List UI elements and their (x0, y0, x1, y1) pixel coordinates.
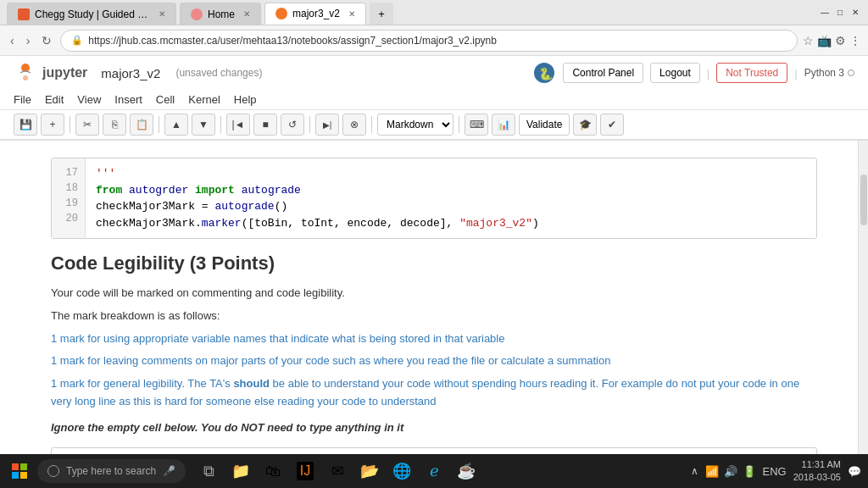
windows-logo-icon (12, 463, 27, 479)
first-cell-button[interactable]: |◄ (226, 114, 250, 136)
volume-icon[interactable]: 🔊 (724, 465, 737, 478)
menu-icon[interactable]: ⋮ (849, 34, 861, 47)
check-icon[interactable]: ✔ (600, 114, 624, 136)
svg-point-1 (23, 75, 28, 80)
time: 11:31 AM (793, 458, 841, 471)
address-actions: ☆ 📺 ⚙ ⋮ (803, 34, 861, 47)
refresh-button[interactable]: ↻ (38, 32, 55, 49)
forward-button[interactable]: › (23, 32, 34, 49)
mail-app[interactable]: ✉ (323, 457, 352, 485)
intellij-app[interactable]: IJ (291, 457, 320, 485)
cast-icon[interactable]: 📺 (817, 34, 832, 47)
code-line-18: from autogrder import autograde (96, 182, 806, 199)
tab-home-close[interactable]: ✕ (243, 9, 250, 19)
graduation-icon[interactable]: 🎓 (573, 114, 597, 136)
microphone-icon[interactable]: 🎤 (163, 465, 175, 477)
bookmark-icon[interactable]: ☆ (803, 34, 814, 47)
menu-file[interactable]: File (14, 92, 31, 108)
menu-kernel[interactable]: Kernel (188, 92, 220, 108)
move-up-button[interactable]: ▲ (164, 114, 188, 136)
start-button[interactable] (7, 458, 32, 484)
menu-help[interactable]: Help (234, 92, 257, 108)
code-line-20: checkMajor3Mark.marker([toBin, toInt, en… (96, 215, 806, 232)
line-numbers: 17 18 19 20 (52, 158, 86, 238)
paste-button[interactable]: 📋 (130, 114, 153, 136)
folder-app[interactable]: 📂 (355, 457, 384, 485)
restart-button[interactable]: ↺ (281, 114, 304, 136)
run-button[interactable]: ▶| (315, 114, 339, 136)
tab-jupyter[interactable]: major3_v2 ✕ (264, 3, 366, 25)
move-down-button[interactable]: ▼ (192, 114, 215, 136)
chrome-app[interactable]: 🌐 (387, 457, 416, 485)
battery-icon[interactable]: 🔋 (743, 465, 756, 478)
copy-button[interactable]: ⎘ (103, 114, 126, 136)
cut-button[interactable]: ✂ (75, 114, 99, 136)
point-2-link[interactable]: 1 mark for leaving comments on major par… (51, 354, 610, 367)
tab-chegg[interactable]: Chegg Study | Guided S... ✕ (7, 3, 176, 25)
save-button[interactable]: 💾 (14, 114, 37, 136)
time-date[interactable]: 11:31 AM 2018-03-05 (793, 458, 841, 485)
point-1-link[interactable]: 1 mark for using appropriate variable na… (51, 332, 504, 345)
java-app[interactable]: ☕ (452, 457, 481, 485)
jupyter-favicon (275, 8, 287, 19)
scrollbar[interactable] (858, 141, 868, 454)
menu-cell[interactable]: Cell (156, 92, 175, 108)
logout-button[interactable]: Logout (650, 63, 700, 83)
new-tab-button[interactable]: + (370, 3, 393, 25)
python-logo-icon: 🐍 (532, 61, 556, 85)
menu-edit[interactable]: Edit (45, 92, 64, 108)
file-explorer-app[interactable]: 📁 (226, 457, 255, 485)
notebook-name[interactable]: major3_v2 (101, 66, 160, 80)
window-controls: — □ ✕ (819, 7, 861, 19)
extensions-icon[interactable]: ⚙ (835, 34, 846, 47)
code-content: ''' from autogrder import autograde chec… (86, 158, 816, 238)
point-1: 1 mark for using appropriate variable na… (51, 330, 817, 348)
maximize-button[interactable]: □ (834, 7, 846, 19)
close-button[interactable]: ✕ (849, 7, 861, 19)
search-placeholder: Type here to search (66, 465, 156, 477)
jupyter-logo-icon (14, 61, 37, 85)
address-input[interactable]: 🔒 https://jhub.cas.mcmaster.ca/user/meht… (60, 30, 798, 52)
minimize-button[interactable]: — (819, 7, 831, 19)
chegg-favicon (18, 8, 30, 20)
toolbar-separator-1 (70, 116, 70, 133)
search-circle-icon (47, 465, 59, 477)
bar-chart-icon[interactable]: 📊 (492, 114, 515, 136)
not-trusted-button[interactable]: Not Trusted (716, 63, 787, 83)
validate-button[interactable]: Validate (519, 114, 570, 136)
toolbar: 💾 + ✂ ⎘ 📋 ▲ ▼ |◄ ■ ↺ ▶| ⊗ Markdown Code … (0, 110, 868, 140)
add-cell-button[interactable]: + (41, 114, 64, 136)
kernel-label: Python 3 (804, 67, 844, 79)
taskbar-more-icon[interactable]: ∧ (691, 465, 698, 477)
toolbar-separator-4 (309, 116, 310, 133)
stop-button[interactable]: ■ (253, 114, 277, 136)
kernel-status-dot (848, 69, 854, 76)
back-button[interactable]: ‹ (7, 32, 18, 49)
notebook-area: 17 18 19 20 ''' from autogrder import au… (0, 141, 868, 454)
network-icon[interactable]: 📶 (705, 465, 719, 478)
tab-home[interactable]: Home ✕ (180, 3, 261, 25)
notification-icon[interactable]: 💬 (848, 465, 861, 478)
point-3-link[interactable]: 1 mark for general legibility. The TA's … (51, 377, 799, 408)
taskview-button[interactable]: ⧉ (194, 457, 223, 485)
toolbar-separator-2 (159, 116, 159, 133)
point-3: 1 mark for general legibility. The TA's … (51, 375, 817, 411)
store-app[interactable]: 🛍 (259, 457, 287, 485)
toolbar-separator-6 (459, 116, 459, 133)
pre-cell[interactable]: Your Answer Here (DO NOT DELETE <pre> or… (51, 447, 817, 454)
control-panel-button[interactable]: Control Panel (563, 63, 643, 83)
secure-icon: 🔒 (71, 35, 83, 46)
menu-insert[interactable]: Insert (114, 92, 142, 108)
tab-chegg-close[interactable]: ✕ (159, 9, 165, 19)
scrollbar-thumb[interactable] (860, 175, 867, 225)
menu-view[interactable]: View (77, 92, 101, 108)
taskbar-search[interactable]: Type here to search 🎤 (37, 459, 186, 483)
kernel-info: Python 3 (804, 67, 854, 79)
interrupt-button[interactable]: ⊗ (342, 114, 366, 136)
keyboard-icon[interactable]: ⌨ (465, 114, 488, 136)
code-cell[interactable]: 17 18 19 20 ''' from autogrder import au… (51, 158, 817, 239)
cell-type-select[interactable]: Markdown Code Raw (377, 114, 453, 136)
notebook-scroll[interactable]: 17 18 19 20 ''' from autogrder import au… (0, 141, 868, 454)
ie-app[interactable]: ℯ (420, 457, 448, 485)
tab-jupyter-close[interactable]: ✕ (348, 9, 355, 19)
